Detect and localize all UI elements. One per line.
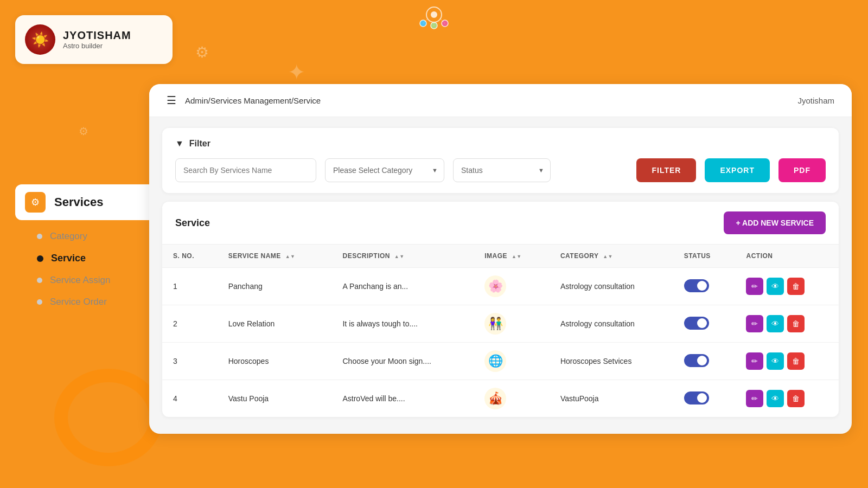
view-button-1[interactable]: 👁 (767, 315, 784, 332)
cell-sno: 2 (162, 305, 218, 343)
col-sno: S. NO. (162, 245, 218, 268)
cell-action: ✏ 👁 🗑 (735, 343, 839, 380)
status-toggle-1[interactable] (684, 317, 709, 330)
cell-status (673, 343, 736, 380)
sort-image-icon[interactable]: ▲▼ (512, 254, 522, 259)
cell-service-name: Panchang (218, 268, 332, 305)
sidebar-label-category: Category (50, 231, 87, 242)
cell-action: ✏ 👁 🗑 (735, 305, 839, 343)
sidebar-dot-service-order (37, 299, 42, 305)
filter-title: Filter (189, 139, 210, 149)
service-image-3: 🎪 (484, 388, 506, 409)
cell-description: AstroVed will be.... (331, 380, 474, 418)
sort-category-icon[interactable]: ▲▼ (603, 254, 613, 259)
cell-status (673, 305, 736, 343)
col-service-name: SERVICE NAME ▲▼ (218, 245, 332, 268)
service-image-0: 🌸 (484, 275, 506, 297)
header-left: ☰ Admin/Services Management/Service (167, 94, 321, 107)
bg-gear2-icon: ⚙ (79, 125, 88, 138)
status-toggle-3[interactable] (684, 391, 709, 404)
edit-button-0[interactable]: ✏ (746, 278, 763, 295)
pdf-button[interactable]: PDF (778, 158, 826, 182)
cell-service-name: Vastu Pooja (218, 380, 332, 418)
status-toggle-2[interactable] (684, 354, 709, 367)
toggle-slider-0 (684, 279, 709, 292)
hamburger-icon[interactable]: ☰ (167, 94, 176, 107)
brand-subtitle: Astro builder (63, 42, 131, 50)
table-section-title: Service (175, 217, 210, 229)
svg-point-1 (431, 11, 437, 18)
breadcrumb: Admin/Services Management/Service (185, 96, 321, 105)
cell-status (673, 268, 736, 305)
bg-star-icon: ✦ (288, 60, 306, 85)
cell-sno: 1 (162, 268, 218, 305)
status-select[interactable]: Status Active Inactive (453, 158, 551, 182)
delete-button-1[interactable]: 🗑 (787, 315, 805, 332)
export-button[interactable]: EXPORT (705, 158, 770, 182)
header-user: Jyotisham (797, 96, 834, 105)
sidebar-dot-category (37, 234, 42, 239)
service-table: S. NO. SERVICE NAME ▲▼ DESCRIPTION ▲▼ IM… (162, 244, 839, 417)
services-gear-icon: ⚙ (25, 192, 46, 213)
view-button-0[interactable]: 👁 (767, 278, 784, 295)
filter-icon: ▼ (175, 139, 184, 149)
cell-category: Astrology consultation (550, 305, 673, 343)
edit-button-3[interactable]: ✏ (746, 390, 763, 407)
filter-title-row: ▼ Filter (175, 139, 826, 149)
sidebar-dot-service (37, 255, 43, 262)
cell-action: ✏ 👁 🗑 (735, 380, 839, 418)
col-category: CATEGORY ▲▼ (550, 245, 673, 268)
col-action: ACTION (735, 245, 839, 268)
table-row: 2 Love Relation It is always tough to...… (162, 305, 839, 343)
bg-wave-decoration (54, 369, 163, 466)
cell-description: Choose your Moon sign.... (331, 343, 474, 380)
cell-service-name: Love Relation (218, 305, 332, 343)
toggle-slider-2 (684, 354, 709, 367)
top-logo-icon (412, 3, 456, 35)
add-service-button[interactable]: + ADD NEW SERVICE (724, 211, 826, 234)
col-image: IMAGE ▲▼ (474, 245, 550, 268)
col-status: STATUS (673, 245, 736, 268)
cell-category: Horoscopes Setvices (550, 343, 673, 380)
toggle-slider-1 (684, 317, 709, 330)
delete-button-2[interactable]: 🗑 (787, 352, 805, 370)
table-row: 3 Horoscopes Choose your Moon sign.... 🌐… (162, 343, 839, 380)
status-toggle-0[interactable] (684, 279, 709, 292)
category-select[interactable]: Please Select Category Astrology consult… (325, 158, 444, 182)
edit-button-1[interactable]: ✏ (746, 315, 763, 332)
view-button-2[interactable]: 👁 (767, 352, 784, 370)
main-header: ☰ Admin/Services Management/Service Jyot… (149, 84, 852, 117)
delete-button-3[interactable]: 🗑 (787, 390, 805, 407)
view-button-3[interactable]: 👁 (767, 390, 784, 407)
delete-button-0[interactable]: 🗑 (787, 278, 805, 295)
sidebar-label-service: Service (51, 253, 86, 264)
sidebar-label-service-assign: Service Assign (50, 275, 111, 286)
service-image-1: 👫 (484, 313, 506, 335)
table-row: 1 Panchang A Panchang is an... 🌸 Astrolo… (162, 268, 839, 305)
cell-sno: 4 (162, 380, 218, 418)
cell-image: 👫 (474, 305, 550, 343)
action-btns-1: ✏ 👁 🗑 (746, 315, 828, 332)
brand-logo-icon: ☀️ (25, 24, 55, 55)
filter-section: ▼ Filter Please Select Category Astrolog… (162, 128, 839, 193)
cell-description: A Panchang is an... (331, 268, 474, 305)
search-input[interactable] (175, 158, 316, 182)
service-image-2: 🌐 (484, 350, 506, 372)
action-btns-0: ✏ 👁 🗑 (746, 278, 828, 295)
table-section: Service + ADD NEW SERVICE S. NO. SERVICE… (162, 202, 839, 417)
status-select-wrapper: Status Active Inactive (453, 158, 551, 182)
main-panel: ☰ Admin/Services Management/Service Jyot… (149, 84, 852, 434)
table-header: S. NO. SERVICE NAME ▲▼ DESCRIPTION ▲▼ IM… (162, 245, 839, 268)
cell-image: 🌐 (474, 343, 550, 380)
sort-description-icon[interactable]: ▲▼ (394, 254, 405, 259)
col-description: DESCRIPTION ▲▼ (331, 245, 474, 268)
toggle-slider-3 (684, 391, 709, 404)
edit-button-2[interactable]: ✏ (746, 352, 763, 370)
sort-service-name-icon[interactable]: ▲▼ (285, 254, 296, 259)
filter-button[interactable]: FILTER (636, 158, 696, 182)
category-select-wrapper: Please Select Category Astrology consult… (325, 158, 444, 182)
sidebar-dot-service-assign (37, 278, 42, 283)
filter-controls: Please Select Category Astrology consult… (175, 158, 826, 182)
brand-text: JYOTISHAM Astro builder (63, 29, 131, 50)
table-row: 4 Vastu Pooja AstroVed will be.... 🎪 Vas… (162, 380, 839, 418)
